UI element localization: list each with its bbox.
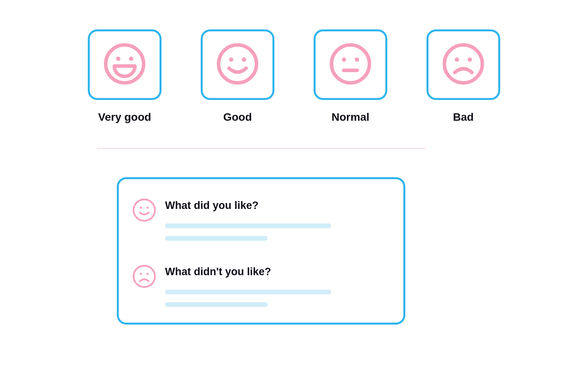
svg-point-2	[129, 56, 133, 61]
section-divider	[97, 148, 426, 149]
svg-point-7	[342, 58, 346, 62]
rating-button-normal[interactable]	[314, 29, 387, 100]
rating-label-bad: Bad	[453, 111, 474, 123]
svg-point-17	[140, 273, 142, 275]
svg-point-4	[229, 58, 233, 62]
rating-item-normal: Normal	[314, 29, 387, 123]
svg-point-3	[219, 45, 257, 83]
feedback-dislike-input-line-2[interactable]	[165, 302, 268, 307]
feedback-like-body: What did you like?	[165, 198, 390, 241]
face-good-small-icon	[132, 198, 156, 222]
svg-point-15	[147, 207, 149, 209]
rating-item-very-good: Very good	[88, 29, 162, 123]
feedback-like-input-line-2[interactable]	[165, 236, 268, 241]
face-very-good-icon	[103, 42, 146, 87]
rating-button-very-good[interactable]	[88, 29, 162, 100]
rating-button-good[interactable]	[201, 29, 274, 100]
feedback-dislike-input-line-1[interactable]	[165, 290, 331, 294]
feedback-like-section: What did you like?	[132, 198, 390, 241]
rating-label-very-good: Very good	[98, 111, 151, 123]
feedback-dislike-body: What didn't you like?	[165, 264, 390, 307]
rating-options-row: Very good Good	[0, 29, 588, 123]
feedback-dislike-section: What didn't you like?	[132, 264, 390, 307]
rating-label-good: Good	[223, 111, 252, 123]
feedback-like-title: What did you like?	[165, 200, 390, 212]
face-good-icon	[216, 42, 259, 87]
rating-item-bad: Bad	[426, 29, 500, 123]
svg-point-12	[468, 58, 472, 62]
svg-point-1	[116, 56, 120, 61]
feedback-dislike-title: What didn't you like?	[165, 266, 390, 278]
svg-point-13	[134, 200, 155, 221]
feedback-card: What did you like? What didn't you like?	[117, 177, 405, 325]
rating-label-normal: Normal	[332, 111, 369, 123]
svg-point-11	[455, 58, 459, 62]
svg-point-6	[332, 45, 370, 83]
svg-point-14	[140, 207, 142, 209]
svg-point-18	[147, 273, 149, 275]
svg-point-16	[134, 266, 155, 287]
face-bad-icon	[442, 42, 485, 87]
rating-button-bad[interactable]	[426, 29, 500, 100]
feedback-like-input-line-1[interactable]	[165, 223, 331, 228]
svg-point-8	[355, 58, 359, 62]
rating-item-good: Good	[201, 29, 274, 123]
svg-point-5	[242, 58, 246, 62]
face-bad-small-icon	[132, 264, 156, 289]
face-normal-icon	[329, 42, 372, 87]
svg-point-10	[445, 45, 483, 83]
